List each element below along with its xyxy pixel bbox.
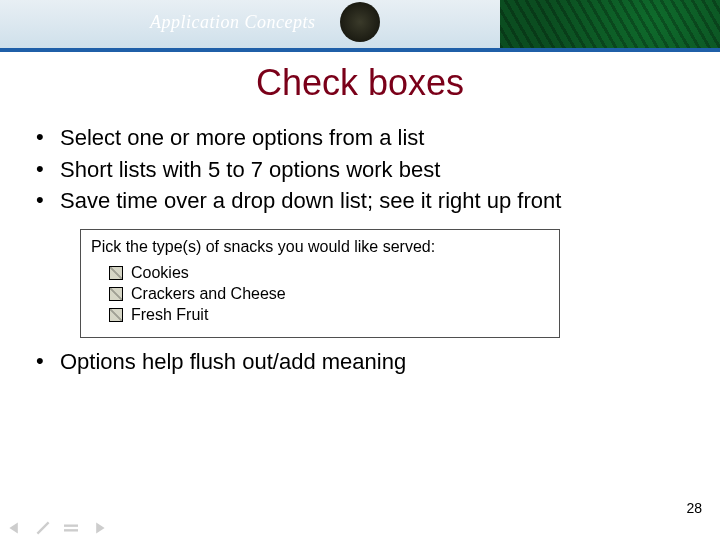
example-screenshot: Pick the type(s) of snacks you would lik… <box>80 229 560 338</box>
banner-rule <box>0 48 720 52</box>
checkbox-row: Crackers and Cheese <box>109 285 549 303</box>
body-bullets-2: Options help flush out/add meaning <box>30 348 690 376</box>
checkbox-icon[interactable] <box>109 308 123 322</box>
body-bullets: Select one or more options from a list S… <box>30 124 690 215</box>
svg-line-1 <box>37 522 48 533</box>
page-number: 28 <box>686 500 702 516</box>
menu-icon[interactable] <box>62 520 80 536</box>
checkbox-icon[interactable] <box>109 287 123 301</box>
svg-rect-3 <box>64 529 78 531</box>
svg-marker-0 <box>9 522 17 533</box>
slideshow-toolbar <box>6 520 108 536</box>
checkbox-label: Crackers and Cheese <box>131 285 286 303</box>
bullet-item: Select one or more options from a list <box>30 124 690 152</box>
banner-decoration <box>500 0 720 48</box>
banner: Application Concepts <box>0 0 720 48</box>
banner-title: Application Concepts <box>150 12 315 33</box>
prev-slide-icon[interactable] <box>6 520 24 536</box>
pen-icon[interactable] <box>34 520 52 536</box>
checkbox-icon[interactable] <box>109 266 123 280</box>
example-prompt: Pick the type(s) of snacks you would lik… <box>91 238 549 256</box>
svg-marker-4 <box>96 522 104 533</box>
spider-icon <box>340 2 380 42</box>
checkbox-row: Cookies <box>109 264 549 282</box>
svg-rect-2 <box>64 525 78 527</box>
checkbox-label: Cookies <box>131 264 189 282</box>
checkbox-row: Fresh Fruit <box>109 306 549 324</box>
bullet-item: Options help flush out/add meaning <box>30 348 690 376</box>
slide-title: Check boxes <box>0 62 720 104</box>
checkbox-label: Fresh Fruit <box>131 306 208 324</box>
bullet-item: Save time over a drop down list; see it … <box>30 187 690 215</box>
slide: Application Concepts Check boxes Select … <box>0 0 720 540</box>
next-slide-icon[interactable] <box>90 520 108 536</box>
bullet-item: Short lists with 5 to 7 options work bes… <box>30 156 690 184</box>
